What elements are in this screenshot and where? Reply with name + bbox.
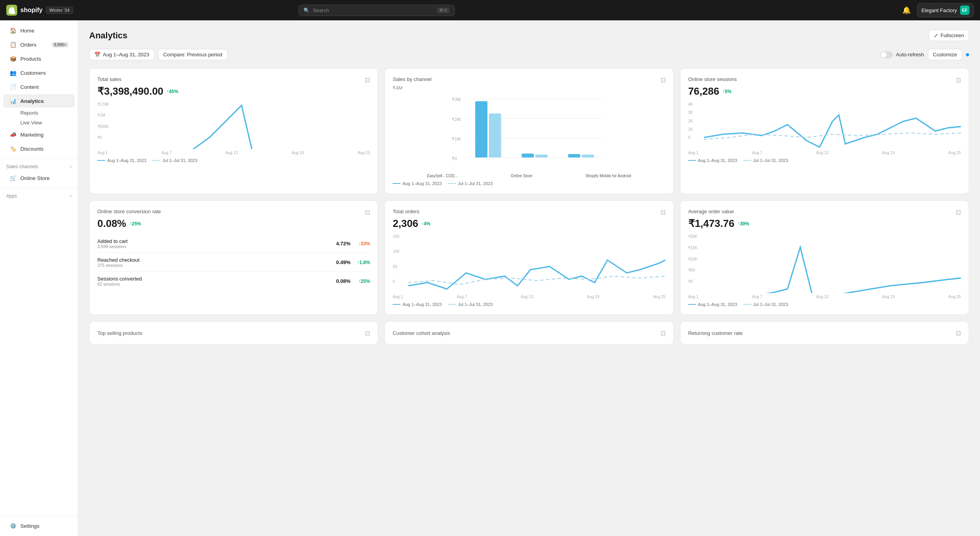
search-input[interactable]: 🔍 Search ⌘ K [298,5,455,16]
total-sales-svg [113,102,370,149]
sidebar-item-online-store[interactable]: 🛒 Online Store [3,171,75,185]
notification-button[interactable]: 🔔 [901,4,912,16]
sidebar-item-analytics[interactable]: 📊 Analytics [3,94,75,108]
card-menu-button[interactable]: ⊡ [661,209,666,216]
orders-value: 2,306 [393,218,418,230]
chart-legend: Aug 1–Aug 31, 2023 Jul 1–Jul 31, 2023 [688,302,961,307]
cohort-title: Customer cohort analysis [393,330,450,336]
online-store-icon: 🛒 [9,174,16,182]
sidebar-item-label: Content [20,84,39,90]
compare-button[interactable]: Compare: Previous period [158,49,228,60]
svg-text:₹0: ₹0 [452,156,457,161]
filter-bar: 📅 Aug 1–Aug 31, 2023 Compare: Previous p… [89,49,969,60]
card-menu-button[interactable]: ⊡ [661,329,666,337]
discounts-icon: 🏷️ [9,145,16,152]
conv-label: Reached checkout 375 sessions [97,257,327,268]
legend-dash-icon [448,183,456,184]
conversion-rows: Added to cart 3,599 sessions 4.72% ↓33% … [97,234,370,290]
settings-icon: ⚙️ [9,522,16,529]
conv-val: 4.72% [327,241,350,246]
fullscreen-button[interactable]: ⤢ Fullscreen [929,30,969,41]
cards-grid-bottom: Online store conversion rate ⊡ 0.08% ↑25… [89,200,969,315]
card-menu-button[interactable]: ⊡ [365,209,370,216]
card-returning: Returning customer rate ⊡ [680,321,969,345]
online-store-label: Online Store [20,175,50,181]
legend-current-label: Aug 1–Aug 31, 2023 [107,158,146,163]
x-axis-labels: Aug 1 Aug 7 Aug 13 Aug 19 Aug 25 [688,149,961,155]
calendar-icon: 📅 [94,52,101,58]
legend-current-label: Aug 1–Aug 31, 2023 [402,302,442,307]
card-menu-button[interactable]: ⊡ [661,76,666,84]
svg-rect-10 [489,113,501,158]
card-menu-button[interactable]: ⊡ [956,76,961,84]
card-menu-button[interactable]: ⊡ [365,76,370,84]
blue-dot-indicator [966,53,969,56]
sidebar-item-label: Marketing [20,132,43,138]
sidebar-item-content[interactable]: 📄 Content [3,80,75,94]
toggle-knob [881,52,887,58]
sidebar-item-discounts[interactable]: 🏷️ Discounts [3,142,75,155]
total-sales-value: ₹3,398,490.00 [97,85,163,97]
search-placeholder: Search [313,7,329,13]
x-axis-labels: Aug 1 Aug 7 Aug 13 Aug 19 Aug 25 [688,293,961,299]
legend-dash-icon [153,160,160,161]
y-axis-labels: 150 100 50 0 [393,234,399,284]
sidebar-item-customers[interactable]: 👥 Customers [3,66,75,79]
settings-label: Settings [20,523,39,529]
main-layout: 🏠 Home 📋 Orders 9,999+ 📦 Products 👥 Cust… [0,20,980,536]
conv-label: Sessions converted 62 sessions [97,276,327,286]
y-axis-labels: ₹1.5M ₹1M ₹500K ₹0 [97,102,109,140]
card-menu-button[interactable]: ⊡ [365,329,370,337]
sales-channels-section[interactable]: Sales channels › [0,161,78,171]
svg-rect-12 [535,155,547,158]
sidebar-item-products[interactable]: 📦 Products [3,52,75,65]
svg-rect-11 [522,154,534,158]
sidebar-item-reports[interactable]: Reports [3,108,75,117]
apps-section[interactable]: Apps › [0,190,78,200]
card-cohort: Customer cohort analysis ⊡ [384,321,673,345]
legend-current-label: Aug 1–Aug 31, 2023 [698,158,737,163]
card-value: 2,306 ↑4% [393,218,665,230]
legend-line-icon [393,183,400,184]
sidebar-item-label: Orders [20,42,36,48]
sales-channel-chart: ₹3M ₹2M ₹1M ₹0 [393,94,665,172]
orders-chart: 150 100 50 0 [393,234,665,293]
date-range-button[interactable]: 📅 Aug 1–Aug 31, 2023 [89,49,154,60]
auto-refresh-switch[interactable] [880,51,893,58]
card-menu-button[interactable]: ⊡ [956,329,961,337]
sidebar-item-orders[interactable]: 📋 Orders 9,999+ [3,38,75,51]
sidebar-item-live-view[interactable]: Live View [3,118,75,127]
sessions-chart: 4K 3K 2K 1K 0 [688,102,961,149]
card-title: Average order value [688,209,734,214]
orders-trend: ↑4% [421,221,430,227]
conversion-trend: ↑25% [129,221,141,227]
returning-title: Returning customer rate [688,330,743,336]
customize-button[interactable]: Customize [928,49,962,60]
card-header: Online store conversion rate ⊡ [97,209,370,216]
sidebar-item-settings[interactable]: ⚙️ Settings [3,519,75,532]
sidebar-item-label: Products [20,56,41,62]
conv-trend: ↑1.8% [350,260,370,265]
legend-current: Aug 1–Aug 31, 2023 [393,181,442,186]
card-menu-button[interactable]: ⊡ [956,209,961,216]
search-icon: 🔍 [303,7,310,13]
content-icon: 📄 [9,83,16,90]
svg-text:₹1M: ₹1M [452,137,461,141]
auto-refresh-label: Auto-refresh [896,52,924,58]
conv-label: Added to cart 3,599 sessions [97,238,327,249]
sidebar-item-home[interactable]: 🏠 Home [3,24,75,37]
apps-label: Apps [6,193,17,199]
conv-label-text: Reached checkout [97,257,327,263]
marketing-icon: 📣 [9,131,16,138]
card-value: ₹1,473.76 ↑39% [688,218,961,230]
x-axis-labels: Aug 1 Aug 7 Aug 13 Aug 19 Aug 25 [97,149,370,155]
sidebar-item-label: Analytics [20,98,44,104]
conv-row-1: Added to cart 3,599 sessions 4.72% ↓33% [97,234,370,253]
sidebar-item-marketing[interactable]: 📣 Marketing [3,128,75,141]
legend-line-icon [97,160,105,161]
conversion-value: 0.08% [97,218,126,230]
store-selector[interactable]: Elegant Factory EF [917,3,974,17]
cards-grid-top: Total sales ⊡ ₹3,398,490.00 ↑45% ₹1.5M ₹… [89,68,969,194]
card-avg-order: Average order value ⊡ ₹1,473.76 ↑39% ₹20… [680,200,969,315]
legend-prev: Jul 1–Jul 31, 2023 [448,302,493,307]
